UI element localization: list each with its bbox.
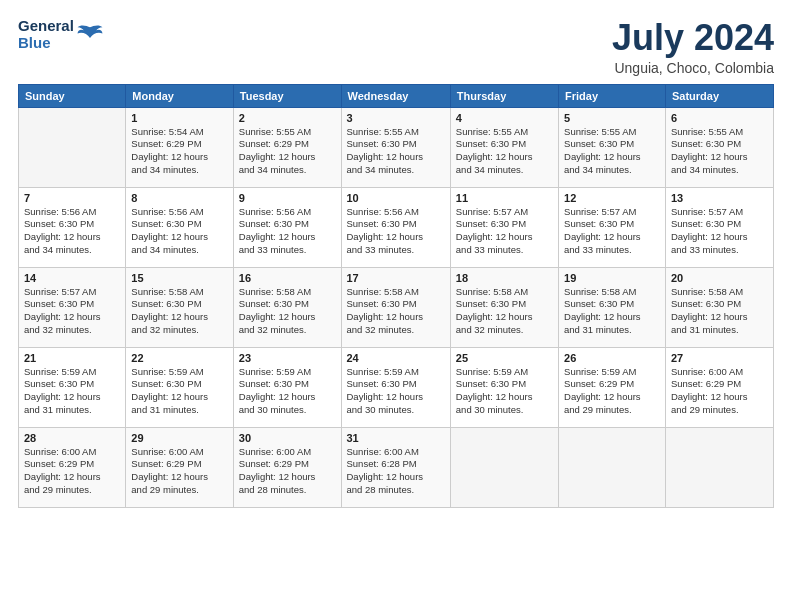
day-number: 3	[347, 112, 445, 124]
day-number: 22	[131, 352, 227, 364]
calendar-table: SundayMondayTuesdayWednesdayThursdayFrid…	[18, 84, 774, 508]
day-info: Sunrise: 5:57 AM Sunset: 6:30 PM Dayligh…	[564, 206, 660, 257]
title-block: July 2024 Unguia, Choco, Colombia	[612, 18, 774, 76]
calendar-cell	[559, 427, 666, 507]
calendar-cell: 31Sunrise: 6:00 AM Sunset: 6:28 PM Dayli…	[341, 427, 450, 507]
calendar-cell: 24Sunrise: 5:59 AM Sunset: 6:30 PM Dayli…	[341, 347, 450, 427]
day-info: Sunrise: 5:55 AM Sunset: 6:30 PM Dayligh…	[347, 126, 445, 177]
day-number: 13	[671, 192, 768, 204]
day-info: Sunrise: 5:58 AM Sunset: 6:30 PM Dayligh…	[456, 286, 553, 337]
day-number: 19	[564, 272, 660, 284]
calendar-cell: 5Sunrise: 5:55 AM Sunset: 6:30 PM Daylig…	[559, 107, 666, 187]
day-info: Sunrise: 5:55 AM Sunset: 6:30 PM Dayligh…	[456, 126, 553, 177]
calendar-header-row: SundayMondayTuesdayWednesdayThursdayFrid…	[19, 84, 774, 107]
day-number: 5	[564, 112, 660, 124]
calendar-week-5: 28Sunrise: 6:00 AM Sunset: 6:29 PM Dayli…	[19, 427, 774, 507]
day-number: 31	[347, 432, 445, 444]
day-info: Sunrise: 5:56 AM Sunset: 6:30 PM Dayligh…	[239, 206, 336, 257]
day-info: Sunrise: 6:00 AM Sunset: 6:29 PM Dayligh…	[671, 366, 768, 417]
day-number: 12	[564, 192, 660, 204]
calendar-cell: 1Sunrise: 5:54 AM Sunset: 6:29 PM Daylig…	[126, 107, 233, 187]
calendar-cell: 7Sunrise: 5:56 AM Sunset: 6:30 PM Daylig…	[19, 187, 126, 267]
day-info: Sunrise: 5:59 AM Sunset: 6:30 PM Dayligh…	[347, 366, 445, 417]
calendar-cell: 30Sunrise: 6:00 AM Sunset: 6:29 PM Dayli…	[233, 427, 341, 507]
day-number: 23	[239, 352, 336, 364]
calendar-cell	[19, 107, 126, 187]
month-title: July 2024	[612, 18, 774, 58]
day-number: 17	[347, 272, 445, 284]
weekday-header-thursday: Thursday	[450, 84, 558, 107]
day-info: Sunrise: 5:56 AM Sunset: 6:30 PM Dayligh…	[24, 206, 120, 257]
calendar-cell: 26Sunrise: 5:59 AM Sunset: 6:29 PM Dayli…	[559, 347, 666, 427]
calendar-cell: 23Sunrise: 5:59 AM Sunset: 6:30 PM Dayli…	[233, 347, 341, 427]
day-info: Sunrise: 5:56 AM Sunset: 6:30 PM Dayligh…	[131, 206, 227, 257]
day-number: 28	[24, 432, 120, 444]
day-number: 9	[239, 192, 336, 204]
day-number: 20	[671, 272, 768, 284]
calendar-cell: 8Sunrise: 5:56 AM Sunset: 6:30 PM Daylig…	[126, 187, 233, 267]
calendar-cell	[665, 427, 773, 507]
calendar-cell: 18Sunrise: 5:58 AM Sunset: 6:30 PM Dayli…	[450, 267, 558, 347]
day-number: 15	[131, 272, 227, 284]
calendar-cell: 20Sunrise: 5:58 AM Sunset: 6:30 PM Dayli…	[665, 267, 773, 347]
calendar-cell: 6Sunrise: 5:55 AM Sunset: 6:30 PM Daylig…	[665, 107, 773, 187]
calendar-cell: 14Sunrise: 5:57 AM Sunset: 6:30 PM Dayli…	[19, 267, 126, 347]
day-info: Sunrise: 5:59 AM Sunset: 6:30 PM Dayligh…	[239, 366, 336, 417]
weekday-header-tuesday: Tuesday	[233, 84, 341, 107]
day-number: 8	[131, 192, 227, 204]
calendar-cell: 21Sunrise: 5:59 AM Sunset: 6:30 PM Dayli…	[19, 347, 126, 427]
day-info: Sunrise: 5:59 AM Sunset: 6:30 PM Dayligh…	[131, 366, 227, 417]
calendar-cell	[450, 427, 558, 507]
weekday-header-monday: Monday	[126, 84, 233, 107]
calendar-cell: 27Sunrise: 6:00 AM Sunset: 6:29 PM Dayli…	[665, 347, 773, 427]
day-number: 16	[239, 272, 336, 284]
day-info: Sunrise: 5:54 AM Sunset: 6:29 PM Dayligh…	[131, 126, 227, 177]
weekday-header-friday: Friday	[559, 84, 666, 107]
calendar-cell: 19Sunrise: 5:58 AM Sunset: 6:30 PM Dayli…	[559, 267, 666, 347]
day-info: Sunrise: 5:57 AM Sunset: 6:30 PM Dayligh…	[671, 206, 768, 257]
calendar-cell: 25Sunrise: 5:59 AM Sunset: 6:30 PM Dayli…	[450, 347, 558, 427]
day-info: Sunrise: 5:56 AM Sunset: 6:30 PM Dayligh…	[347, 206, 445, 257]
day-info: Sunrise: 5:57 AM Sunset: 6:30 PM Dayligh…	[24, 286, 120, 337]
day-info: Sunrise: 5:59 AM Sunset: 6:29 PM Dayligh…	[564, 366, 660, 417]
calendar-cell: 28Sunrise: 6:00 AM Sunset: 6:29 PM Dayli…	[19, 427, 126, 507]
day-info: Sunrise: 6:00 AM Sunset: 6:29 PM Dayligh…	[239, 446, 336, 497]
header: General Blue July 2024 Unguia, Choco, Co…	[18, 18, 774, 76]
day-info: Sunrise: 5:57 AM Sunset: 6:30 PM Dayligh…	[456, 206, 553, 257]
calendar-cell: 9Sunrise: 5:56 AM Sunset: 6:30 PM Daylig…	[233, 187, 341, 267]
day-info: Sunrise: 5:58 AM Sunset: 6:30 PM Dayligh…	[564, 286, 660, 337]
day-info: Sunrise: 5:55 AM Sunset: 6:30 PM Dayligh…	[671, 126, 768, 177]
day-info: Sunrise: 6:00 AM Sunset: 6:29 PM Dayligh…	[131, 446, 227, 497]
day-number: 6	[671, 112, 768, 124]
calendar-week-3: 14Sunrise: 5:57 AM Sunset: 6:30 PM Dayli…	[19, 267, 774, 347]
day-number: 7	[24, 192, 120, 204]
day-number: 11	[456, 192, 553, 204]
day-number: 14	[24, 272, 120, 284]
day-info: Sunrise: 5:59 AM Sunset: 6:30 PM Dayligh…	[24, 366, 120, 417]
calendar-week-2: 7Sunrise: 5:56 AM Sunset: 6:30 PM Daylig…	[19, 187, 774, 267]
day-info: Sunrise: 5:58 AM Sunset: 6:30 PM Dayligh…	[131, 286, 227, 337]
day-info: Sunrise: 5:55 AM Sunset: 6:29 PM Dayligh…	[239, 126, 336, 177]
calendar-cell: 11Sunrise: 5:57 AM Sunset: 6:30 PM Dayli…	[450, 187, 558, 267]
calendar-week-4: 21Sunrise: 5:59 AM Sunset: 6:30 PM Dayli…	[19, 347, 774, 427]
calendar-cell: 29Sunrise: 6:00 AM Sunset: 6:29 PM Dayli…	[126, 427, 233, 507]
day-number: 29	[131, 432, 227, 444]
calendar-cell: 17Sunrise: 5:58 AM Sunset: 6:30 PM Dayli…	[341, 267, 450, 347]
location: Unguia, Choco, Colombia	[612, 60, 774, 76]
day-info: Sunrise: 6:00 AM Sunset: 6:28 PM Dayligh…	[347, 446, 445, 497]
day-number: 2	[239, 112, 336, 124]
logo-general: General	[18, 18, 74, 35]
day-info: Sunrise: 5:58 AM Sunset: 6:30 PM Dayligh…	[671, 286, 768, 337]
logo-blue: Blue	[18, 35, 74, 52]
weekday-header-wednesday: Wednesday	[341, 84, 450, 107]
calendar-cell: 15Sunrise: 5:58 AM Sunset: 6:30 PM Dayli…	[126, 267, 233, 347]
calendar-cell: 16Sunrise: 5:58 AM Sunset: 6:30 PM Dayli…	[233, 267, 341, 347]
day-number: 4	[456, 112, 553, 124]
day-info: Sunrise: 5:58 AM Sunset: 6:30 PM Dayligh…	[347, 286, 445, 337]
logo: General Blue	[18, 18, 104, 51]
day-number: 26	[564, 352, 660, 364]
day-number: 30	[239, 432, 336, 444]
day-info: Sunrise: 6:00 AM Sunset: 6:29 PM Dayligh…	[24, 446, 120, 497]
day-info: Sunrise: 5:55 AM Sunset: 6:30 PM Dayligh…	[564, 126, 660, 177]
calendar-cell: 13Sunrise: 5:57 AM Sunset: 6:30 PM Dayli…	[665, 187, 773, 267]
